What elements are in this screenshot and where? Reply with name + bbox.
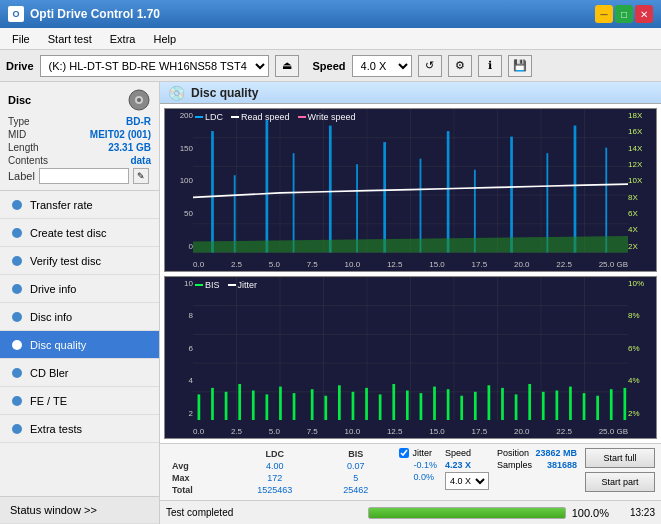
disc-quality-title: Disc quality: [191, 86, 258, 100]
svg-point-11: [12, 424, 22, 434]
disc-icon: [127, 88, 151, 112]
jitter-checkbox[interactable]: [399, 448, 409, 458]
action-buttons: Start full Start part: [585, 448, 655, 492]
sidebar: Disc Type BD-R MID MEIT02 (001) Length 2…: [0, 82, 160, 524]
svg-rect-81: [528, 383, 531, 420]
write-speed-legend-item: Write speed: [298, 112, 356, 122]
svg-rect-66: [324, 395, 327, 420]
menu-item-start-test[interactable]: Start test: [40, 31, 100, 47]
sidebar-item-label-transfer-rate: Transfer rate: [30, 199, 93, 211]
svg-rect-63: [279, 386, 282, 420]
status-window-item[interactable]: Status window >>: [0, 496, 159, 524]
nav-icon-extra-tests: [10, 422, 24, 436]
speed-label: Speed: [313, 60, 346, 72]
eject-button[interactable]: ⏏: [275, 55, 299, 77]
svg-rect-85: [583, 393, 586, 420]
nav-icon-disc-info: [10, 310, 24, 324]
sidebar-item-create-test-disc[interactable]: Create test disc: [0, 219, 159, 247]
svg-rect-59: [225, 391, 228, 420]
menu-item-help[interactable]: Help: [145, 31, 184, 47]
disc-label-input[interactable]: [39, 168, 129, 184]
info-button[interactable]: ℹ: [478, 55, 502, 77]
speed-select[interactable]: 4.0 X: [352, 55, 412, 77]
save-button[interactable]: 💾: [508, 55, 532, 77]
disc-quality-icon: 💿: [168, 85, 185, 101]
sidebar-item-disc-info[interactable]: Disc info: [0, 303, 159, 331]
label-edit-button[interactable]: ✎: [133, 168, 149, 184]
speed-dropdown-select[interactable]: 4.0 X: [445, 472, 489, 490]
disc-title: Disc: [8, 94, 31, 106]
svg-point-5: [12, 256, 22, 266]
ldc-chart: LDC Read speed Write speed 200 150 100: [164, 108, 657, 272]
svg-rect-76: [460, 395, 463, 420]
start-part-button[interactable]: Start part: [585, 472, 655, 492]
sidebar-item-disc-quality[interactable]: Disc quality: [0, 331, 159, 359]
refresh-button[interactable]: ↺: [418, 55, 442, 77]
svg-rect-27: [211, 131, 214, 252]
bis-y-axis-right: 10% 8% 6% 4% 2%: [628, 277, 654, 421]
close-button[interactable]: ✕: [635, 5, 653, 23]
avg-bis: 0.07: [320, 460, 391, 472]
svg-point-6: [12, 284, 22, 294]
titlebar: O Opti Drive Control 1.70 ─ □ ✕: [0, 0, 661, 28]
svg-rect-30: [293, 153, 295, 252]
main-area: Disc Type BD-R MID MEIT02 (001) Length 2…: [0, 82, 661, 524]
svg-rect-39: [574, 126, 577, 253]
max-bis: 5: [320, 472, 391, 484]
svg-rect-75: [447, 389, 450, 420]
ldc-legend-dot: [195, 116, 203, 118]
sidebar-item-label-cd-bler: CD Bler: [30, 367, 69, 379]
svg-rect-60: [238, 383, 241, 420]
disc-length-row: Length 23.31 GB: [8, 142, 151, 153]
start-full-button[interactable]: Start full: [585, 448, 655, 468]
jitter-max: 0.0%: [399, 472, 437, 482]
content-area: 💿 Disc quality LDC Read speed: [160, 82, 661, 524]
svg-rect-70: [379, 394, 382, 420]
samples-val: 381688: [547, 460, 577, 470]
sidebar-item-label-create-test-disc: Create test disc: [30, 227, 106, 239]
svg-rect-71: [392, 383, 395, 420]
sidebar-item-drive-info[interactable]: Drive info: [0, 275, 159, 303]
max-ldc: 172: [229, 472, 320, 484]
ldc-x-axis: 0.0 2.5 5.0 7.5 10.0 12.5 15.0 17.5 20.0…: [193, 260, 628, 269]
svg-rect-62: [266, 394, 269, 420]
progress-percent: 100.0%: [572, 507, 609, 519]
jitter-legend-item: Jitter: [228, 280, 258, 290]
svg-point-2: [137, 98, 141, 102]
sidebar-item-verify-test-disc[interactable]: Verify test disc: [0, 247, 159, 275]
total-bis: 25462: [320, 484, 391, 496]
avg-label: Avg: [166, 460, 229, 472]
stats-row-max: Max 172 5: [166, 472, 391, 484]
drive-select[interactable]: (K:) HL-DT-ST BD-RE WH16NS58 TST4: [40, 55, 269, 77]
minimize-button[interactable]: ─: [595, 5, 613, 23]
sidebar-item-label-disc-info: Disc info: [30, 311, 72, 323]
svg-point-9: [12, 368, 22, 378]
col-header-empty: [166, 448, 229, 460]
sidebar-item-fe-te[interactable]: FE / TE: [0, 387, 159, 415]
svg-rect-57: [198, 394, 201, 420]
disc-label-row: Label ✎: [8, 168, 151, 184]
svg-rect-72: [406, 390, 409, 420]
svg-rect-83: [556, 390, 559, 420]
bis-x-axis: 0.0 2.5 5.0 7.5 10.0 12.5 15.0 17.5 20.0…: [193, 427, 628, 436]
sidebar-item-extra-tests[interactable]: Extra tests: [0, 415, 159, 443]
svg-rect-65: [311, 389, 314, 420]
svg-rect-80: [515, 394, 518, 420]
svg-rect-82: [542, 391, 545, 420]
svg-rect-58: [211, 387, 214, 420]
menu-item-file[interactable]: File: [4, 31, 38, 47]
sidebar-item-transfer-rate[interactable]: Transfer rate: [0, 191, 159, 219]
bis-legend-item: BIS: [195, 280, 220, 290]
nav-icon-transfer-rate: [10, 198, 24, 212]
bis-y-axis-left: 10 8 6 4 2: [167, 277, 193, 421]
config-button[interactable]: ⚙: [448, 55, 472, 77]
app-icon: O: [8, 6, 24, 22]
sidebar-item-label-extra-tests: Extra tests: [30, 423, 82, 435]
status-text: Test completed: [166, 507, 362, 518]
position-label: Position: [497, 448, 529, 458]
sidebar-item-cd-bler[interactable]: CD Bler: [0, 359, 159, 387]
maximize-button[interactable]: □: [615, 5, 633, 23]
drive-toolbar: Drive (K:) HL-DT-ST BD-RE WH16NS58 TST4 …: [0, 50, 661, 82]
stats-row-avg: Avg 4.00 0.07: [166, 460, 391, 472]
menu-item-extra[interactable]: Extra: [102, 31, 144, 47]
